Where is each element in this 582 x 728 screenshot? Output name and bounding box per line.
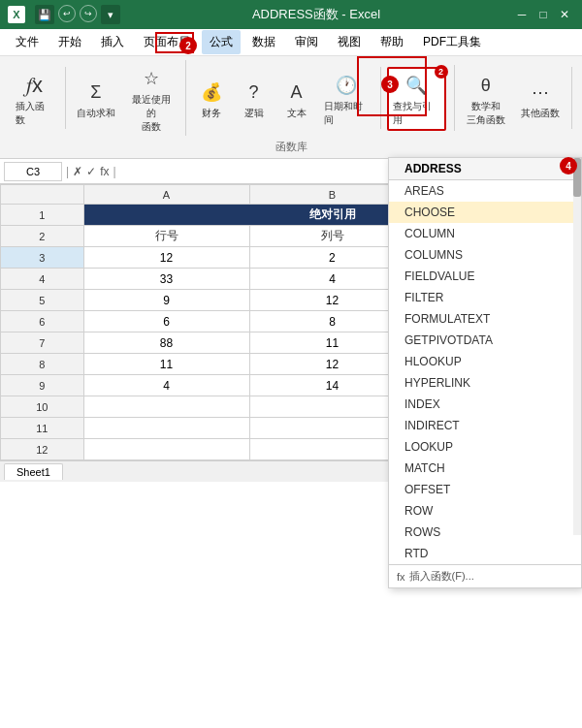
row-header-7: 7 [1,332,84,354]
redo-button[interactable]: ↪ [80,5,97,22]
open-button[interactable]: ▾ [101,5,120,24]
title-bar: X 💾 ↩ ↪ ▾ ADDRESS函数 - Excel ─ □ ✕ [0,0,582,29]
dropdown-item-columns[interactable]: COLUMNS [389,244,581,266]
dropdown-item-fieldvalue[interactable]: FIELDVALUE [389,266,581,287]
badge-formula-tab: 2 [179,37,197,54]
ribbon-btns-lookup: 🔍 查找与引用 2 [387,67,446,131]
dropdown-item-getpivotdata[interactable]: GETPIVOTDATA [389,330,581,351]
dropdown-item-column[interactable]: COLUMN [389,223,581,244]
cell-reference-input[interactable] [4,162,62,181]
row-header-3: 3 [1,247,84,269]
text-button[interactable]: A 文本 [277,76,316,122]
save-button[interactable]: 💾 [35,5,54,24]
math-icon: θ [471,71,501,100]
menu-bar: 文件 开始 插入 页面布局 公式 数据 审阅 视图 帮助 PDF工具集 [0,29,582,56]
finance-label: 财务 [202,107,221,120]
dropdown-item-filter[interactable]: FILTER [389,287,581,308]
excel-icon: X [8,6,25,23]
menu-help[interactable]: 帮助 [372,30,411,54]
dropdown-item-index[interactable]: INDEX [389,394,581,415]
confirm-formula-icon[interactable]: ✓ [86,165,96,178]
cell-a10[interactable] [83,396,249,418]
lookup-button[interactable]: 🔍 查找与引用 2 [387,67,446,131]
badge-address: 4 [560,157,577,174]
row-header-5: 5 [1,290,84,311]
row-header-4: 4 [1,269,84,290]
autosum-icon: Σ [81,78,111,107]
math-button[interactable]: θ 数学和 三角函数 [459,69,512,129]
dropdown-item-lookup[interactable]: LOOKUP [389,436,581,458]
other-functions-button[interactable]: ⋯ 其他函数 [516,76,565,122]
menu-home[interactable]: 开始 [50,30,89,54]
lookup-label: 查找与引用 [393,100,440,127]
dropdown-item-areas[interactable]: AREAS [389,180,581,202]
formula-bar-sep2: | [113,165,115,178]
menu-pdf[interactable]: PDF工具集 [415,30,489,54]
insert-function-label: 插入函数 [16,100,53,127]
finance-icon: 💰 [197,78,226,107]
cell-a2[interactable]: 行号 [83,226,249,247]
logic-icon: ? [240,78,269,107]
dropdown-item-row[interactable]: ROW [389,500,581,522]
dropdown-item-choose[interactable]: CHOOSE [389,202,581,223]
dropdown-item-hyperlink[interactable]: HYPERLINK [389,372,581,394]
logic-button[interactable]: ? 逻辑 [235,76,274,122]
ribbon-group-insert: 𝑓x 插入函数 [8,67,66,129]
minimize-button[interactable]: ─ [512,5,532,24]
dropdown-item-indirect[interactable]: INDIRECT [389,415,581,436]
dropdown-item-match[interactable]: MATCH [389,458,581,479]
formula-bar-sep1: | [66,165,69,178]
undo-button[interactable]: ↩ [58,5,76,22]
cell-a4[interactable]: 33 [83,269,249,290]
cell-a11[interactable] [83,418,249,439]
row-header-2: 2 [1,226,84,247]
cell-a6[interactable]: 6 [83,311,249,332]
row-header-9: 9 [1,375,84,396]
col-header-blank [1,185,84,205]
cell-a8[interactable]: 11 [83,354,249,375]
menu-view[interactable]: 视图 [330,30,369,54]
insert-function-button[interactable]: 𝑓x 插入函数 [12,69,57,129]
lookup-icon: 🔍 [402,71,431,100]
ribbon-group-lookup: 🔍 查找与引用 2 [383,65,455,131]
lookup-dropdown: ADDRESS AREAS CHOOSE COLUMN COLUMNS FIEL… [388,157,582,588]
finance-button[interactable]: 💰 财务 [192,76,231,122]
dropdown-item-offset[interactable]: OFFSET [389,479,581,500]
menu-insert[interactable]: 插入 [93,30,132,54]
cell-a9[interactable]: 4 [83,375,249,396]
ribbon-btns-insert: 𝑓x 插入函数 [12,69,57,129]
menu-formula[interactable]: 公式 [202,30,241,54]
cell-a5[interactable]: 9 [83,290,249,311]
dropdown-item-rtd[interactable]: RTD [389,543,581,564]
ribbon-group-autosum: Σ 自动求和 ☆ 最近使用的 函数 [68,60,186,136]
dropdown-item-formulatext[interactable]: FORMULATEXT [389,308,581,330]
maximize-button[interactable]: □ [534,5,553,24]
row-header-8: 8 [1,354,84,375]
ribbon: 𝑓x 插入函数 Σ 自动求和 ☆ 最近使用的 函数 [0,56,582,159]
menu-review[interactable]: 审阅 [287,30,326,54]
close-button[interactable]: ✕ [555,5,574,24]
dropdown-scrollbar[interactable] [573,158,581,535]
dropdown-item-rows[interactable]: ROWS [389,522,581,543]
ribbon-group-finance: 💰 财务 ? 逻辑 A 文本 🕐 日期和时间 [188,67,381,129]
dropdown-item-address[interactable]: ADDRESS [389,158,581,180]
menu-data[interactable]: 数据 [244,30,283,54]
datetime-button[interactable]: 🕐 日期和时间 [320,69,373,129]
recent-icon: ☆ [137,64,166,93]
cell-a12[interactable] [83,439,249,460]
cell-a3[interactable]: 12 [83,247,249,269]
cell-a7[interactable]: 88 [83,332,249,354]
dropdown-footer-insert-function[interactable]: fx 插入函数(F)... [389,564,581,587]
row-header-11: 11 [1,418,84,439]
recent-functions-button[interactable]: ☆ 最近使用的 函数 [124,62,178,136]
cancel-formula-icon[interactable]: ✗ [73,165,82,178]
sheet-tab-1[interactable]: Sheet1 [4,463,63,480]
insert-formula-icon[interactable]: fx [100,165,109,178]
recent-label: 最近使用的 函数 [128,93,174,134]
dropdown-item-hlookup[interactable]: HLOOKUP [389,351,581,372]
autosum-button[interactable]: Σ 自动求和 [72,76,120,122]
col-header-a[interactable]: A [83,185,249,205]
footer-label: 插入函数(F)... [409,569,474,584]
menu-file[interactable]: 文件 [8,30,47,54]
insert-function-icon: 𝑓x [19,71,48,100]
